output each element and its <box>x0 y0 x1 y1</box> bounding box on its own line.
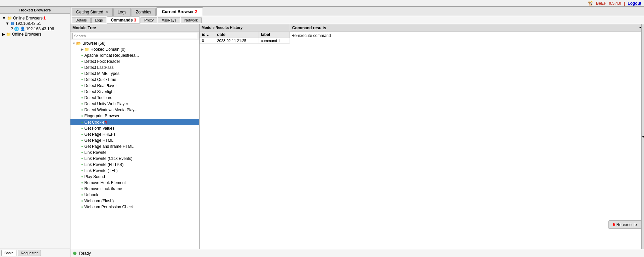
xssrays-tab[interactable]: XssRays <box>158 17 180 23</box>
ip1-browser-item[interactable]: ? 🌐 👤 192.168.43.196 <box>8 26 69 32</box>
detect-foxit-node[interactable]: ● Detect Foxit Reader <box>70 58 199 65</box>
get-cookie-node[interactable]: ● Get Cookie 4 <box>70 119 199 125</box>
get-page-html-node[interactable]: ● Get Page HTML <box>70 137 199 143</box>
label-column-header[interactable]: label <box>259 32 289 38</box>
link-rewrite-node[interactable]: ● Link Rewrite <box>70 149 199 156</box>
green-dot-15: ● <box>81 145 83 148</box>
get-form-values-node[interactable]: ● Get Form Values <box>70 125 199 131</box>
expand-icon: ▼ <box>2 16 6 20</box>
green-dot-24: ● <box>81 199 83 203</box>
green-dot-13: ● <box>81 133 83 136</box>
green-dot-12: ● <box>81 127 83 130</box>
detect-mime-node[interactable]: ● Detect MIME Types <box>70 71 199 77</box>
detect-quicktime-node[interactable]: ● Detect QuickTime <box>70 77 199 83</box>
remove-stuck-node[interactable]: ● Remove stuck iframe <box>70 186 199 192</box>
user-icon: 👤 <box>20 27 25 31</box>
zombies-label: Zombies <box>136 10 151 14</box>
requester-tab[interactable]: Requester <box>18 250 41 256</box>
command-results-header: Command results ◀ <box>290 24 644 32</box>
get-cookie-badge: 4 <box>104 120 107 125</box>
question-icon: ? <box>11 27 13 31</box>
detect-silverlight-label: Detect Silverlight <box>84 89 114 94</box>
browser-tree[interactable]: ▼ 📁 Online Browsers 1 ▼ 🖥 192.168.43.51 … <box>0 14 70 249</box>
module-tree-title: Module Tree <box>72 26 96 30</box>
table-row[interactable]: 0 2023-02-11 21:25 command 1 <box>200 38 290 44</box>
get-page-iframe-node[interactable]: ● Get Page and iframe HTML <box>70 143 199 149</box>
left-panel-header: Hooked Browsers <box>0 7 70 14</box>
fingerprint-browser-label: Fingerprint Browser <box>84 114 119 118</box>
green-dot-7: ● <box>81 96 83 99</box>
version: 0.5.4.0 <box>609 1 621 6</box>
row-label: command 1 <box>259 38 289 44</box>
play-sound-node[interactable]: ● Play Sound <box>70 174 199 180</box>
online-browsers-group[interactable]: ▼ 📁 Online Browsers 1 <box>1 15 69 21</box>
offline-browsers-label: Offline Browsers <box>12 32 42 37</box>
details-tab[interactable]: Details <box>72 17 91 23</box>
search-input[interactable] <box>72 33 197 39</box>
commands-tab[interactable]: Commands 3 <box>107 16 140 24</box>
detect-windows-media-node[interactable]: ● Detect Windows Media Play... <box>70 107 199 113</box>
id-header-label: id <box>202 32 206 37</box>
unhook-node[interactable]: ● Unhook <box>70 192 199 198</box>
green-dot-2: ● <box>81 66 83 69</box>
current-browser-tab[interactable]: Current Browser 2 <box>156 7 203 16</box>
logout-link[interactable]: Logout <box>628 1 641 6</box>
link-rewrite-https-node[interactable]: ● Link Rewrite (HTTPS) <box>70 162 199 168</box>
offline-browsers-group[interactable]: ▶ 📁 Offline Browsers <box>1 32 69 37</box>
remove-stuck-label: Remove stuck iframe <box>84 186 122 191</box>
hooked-domain-node[interactable]: ▶ 📁 Hooked Domain (0) <box>70 46 199 52</box>
date-column-header[interactable]: date <box>215 32 259 38</box>
detect-unity-node[interactable]: ● Detect Unity Web Player <box>70 101 199 107</box>
row-date: 2023-02-11 21:25 <box>215 38 259 44</box>
label-header-label: label <box>261 32 270 37</box>
logs-sub-tab[interactable]: Logs <box>91 17 107 23</box>
fingerprint-browser-node[interactable]: ● Fingerprint Browser <box>70 113 199 119</box>
re-execute-button[interactable]: 5 Re-execute <box>608 220 641 229</box>
remove-hook-node[interactable]: ● Remove Hook Element <box>70 180 199 186</box>
get-page-hrefs-label: Get Page HREFs <box>84 132 115 137</box>
hooked-domain-collapse: ▶ <box>81 48 84 51</box>
get-page-iframe-label: Get Page and iframe HTML <box>84 144 133 149</box>
command-results-body: Re-execute command <box>290 32 644 249</box>
link-rewrite-tel-node[interactable]: ● Link Rewrite (TEL) <box>70 168 199 174</box>
webcam-permission-node[interactable]: ● Webcam Permission Check <box>70 204 199 210</box>
results-table[interactable]: id ▲ date label <box>200 31 290 249</box>
detect-lastpass-node[interactable]: ● Detect LastPass <box>70 65 199 71</box>
webcam-flash-node[interactable]: ● Webcam (Flash) <box>70 198 199 204</box>
get-cookie-label: Get Cookie <box>84 120 104 125</box>
online-browsers-children: ▼ 🖥 192.168.43.51 ? 🌐 👤 192.168.43.196 <box>1 21 69 32</box>
ip1-group[interactable]: ▼ 🖥 192.168.43.51 <box>5 21 69 26</box>
detect-realplayer-node[interactable]: ● Detect RealPlayer <box>70 83 199 89</box>
detect-toolbars-node[interactable]: ● Detect Toolbars <box>70 95 199 101</box>
zombies-tab[interactable]: Zombies <box>131 8 156 16</box>
offline-folder-icon: 📁 <box>6 32 11 37</box>
green-dot-20: ● <box>81 175 83 178</box>
network-tab[interactable]: Network <box>181 17 202 23</box>
green-dot-9: ● <box>81 108 83 112</box>
green-dot-21: ● <box>81 181 83 184</box>
re-execute-label: Re-execute <box>616 222 637 227</box>
proxy-tab[interactable]: Proxy <box>141 17 157 23</box>
getting-started-close[interactable]: ✕ <box>106 10 108 14</box>
logs-tab[interactable]: Logs <box>113 8 131 16</box>
green-dot-8: ● <box>81 102 83 105</box>
re-execute-text: Re-execute command <box>291 33 331 38</box>
command-results-title: Command results <box>292 26 326 30</box>
right-edge-toggle[interactable]: ◀ <box>641 24 644 249</box>
status-bar: Ready <box>70 249 644 257</box>
apache-tomcat-node[interactable]: ● Apache Tomcat RequestHea... <box>70 52 199 58</box>
id-column-header[interactable]: id ▲ <box>200 32 215 38</box>
basic-tab[interactable]: Basic <box>1 250 16 256</box>
module-tree-list[interactable]: ▼ 📂 Browser (58) ▶ 📁 Hooked Domain (0) ●… <box>70 40 199 249</box>
detect-silverlight-node[interactable]: ● Detect Silverlight <box>70 89 199 95</box>
link-rewrite-click-node[interactable]: ● Link Rewrite (Click Events) <box>70 156 199 162</box>
left-panel-footer: Basic Requester <box>0 249 70 257</box>
browser-root[interactable]: ▼ 📂 Browser (58) <box>70 40 199 46</box>
getting-started-tab[interactable]: Getting Started ✕ <box>72 8 113 16</box>
current-browser-badge: 2 <box>195 9 197 14</box>
right-panel: Getting Started ✕ Logs Zombies Current B… <box>70 7 644 257</box>
green-dot-1: ● <box>81 60 83 63</box>
get-page-hrefs-node[interactable]: ● Get Page HREFs <box>70 131 199 137</box>
folder-icon: 📁 <box>7 16 12 20</box>
expand-icon-offline: ▶ <box>2 32 5 37</box>
